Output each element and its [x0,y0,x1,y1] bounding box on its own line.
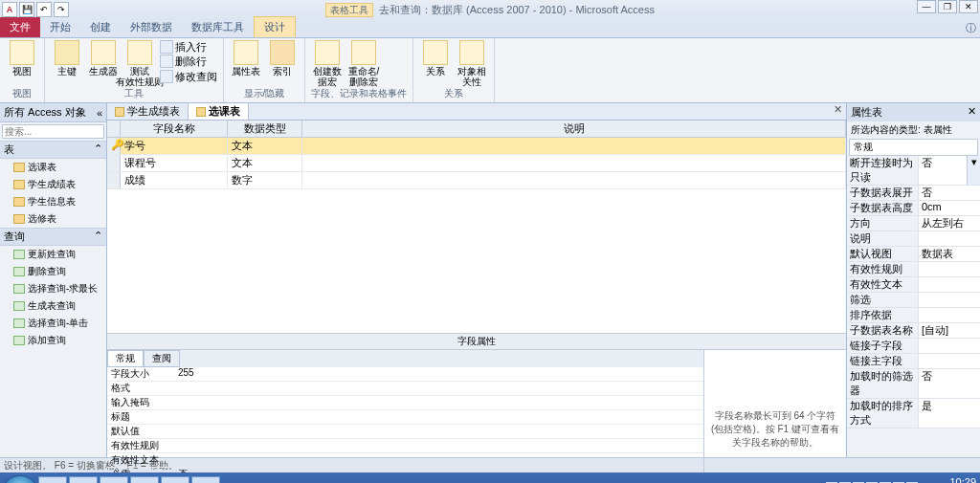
query-icon [13,267,25,276]
nav-item-query[interactable]: 添加查询 [0,332,106,349]
nav-item-table[interactable]: 选课表 [0,159,106,176]
rename-delete-macro-button[interactable]: 重命名/ 删除宏 [347,40,380,87]
taskbar-powerpoint-icon[interactable]: P [100,476,128,484]
design-row[interactable]: 课程号文本 [107,155,846,172]
fieldprop-row[interactable]: 默认值 [107,425,703,439]
fieldprop-row[interactable]: 字段大小255 [107,367,703,382]
propsheet-row[interactable]: 默认视图数据表 [847,247,980,262]
fp-tab-general[interactable]: 常规 [107,350,144,367]
propsheet-row[interactable]: 筛选 [847,293,980,308]
propsheet-row[interactable]: 方向从左到右 [847,216,980,231]
taskbar-excel-icon[interactable]: X [161,476,189,484]
query-icon [13,336,25,345]
taskbar-word-icon[interactable]: W [191,476,220,484]
view-button[interactable]: 视图 [6,40,38,77]
query-icon [13,250,25,259]
doc-tab[interactable]: 学生成绩表 [107,103,189,120]
relations-button[interactable]: 关系 [419,40,452,77]
group-view-label: 视图 [6,87,38,102]
propsheet-row[interactable]: 子数据表名称[自动] [847,323,980,339]
ribbon-tabs: 文件 开始 创建 外部数据 数据库工具 设计 ⓘ [0,19,980,38]
group-relations-label: 关系 [419,87,488,102]
fieldprop-row[interactable]: 输入掩码 [107,396,703,410]
tab-dbtools[interactable]: 数据库工具 [182,17,254,37]
dropdown-icon[interactable]: ▾ [967,156,980,185]
nav-item-query[interactable]: 删除查询 [0,263,106,280]
redo-icon[interactable]: ↷ [54,2,69,17]
fieldprops-help: 字段名称最长可到 64 个字符(包括空格)。按 F1 键可查看有关字段名称的帮助… [704,350,846,483]
ps-title: 属性表✕ [847,103,980,121]
group-tools-label: 工具 [51,87,217,102]
tab-home[interactable]: 开始 [40,17,80,37]
propsheet-row[interactable]: 子数据表展开否 [847,186,980,201]
tab-create[interactable]: 创建 [80,17,121,37]
fp-tab-lookup[interactable]: 查阅 [144,350,180,367]
propsheet-row[interactable]: 排序依据 [847,308,980,323]
ps-tab-general[interactable]: 常规 [849,139,978,156]
modifylookup-button[interactable]: 修改查阅 [160,70,217,83]
primarykey-button[interactable]: 主键 [51,40,83,77]
quick-access-toolbar: A 💾 ↶ ↷ [0,2,69,17]
tab-design[interactable]: 设计 [254,16,296,37]
deleterow-button[interactable]: 删除行 [160,55,217,68]
app-icon[interactable]: A [2,2,17,17]
help-icon[interactable]: ⓘ [966,21,976,35]
doc-tab-active[interactable]: 选课表 [189,103,249,120]
propsheet-row[interactable]: 链接子字段 [847,339,980,354]
close-button[interactable]: ✕ [959,0,978,13]
propsheet-row[interactable]: 加载时的筛选器否 [847,369,980,399]
nav-item-table[interactable]: 学生成绩表 [0,176,106,193]
nav-item-query[interactable]: 选择查询-单击 [0,315,106,332]
nav-header[interactable]: 所有 Access 对象« [0,103,106,122]
start-button[interactable] [4,475,36,484]
propsheet-row[interactable]: 说明 [847,231,980,247]
builder-button[interactable]: 生成器 [87,40,120,77]
tab-file[interactable]: 文件 [0,17,40,37]
indexes-button[interactable]: 索引 [266,40,299,77]
testrules-button[interactable]: 测试 有效性规则 [123,40,156,87]
propsheet-row[interactable]: 有效性文本 [847,277,980,293]
fieldprop-row[interactable]: 有效性规则 [107,439,703,453]
minimize-button[interactable]: — [917,0,936,13]
nav-group-queries[interactable]: 查询⌃ [0,228,106,246]
close-icon[interactable]: ✕ [968,105,976,120]
nav-search-input[interactable] [2,124,104,139]
nav-item-table[interactable]: 选修表 [0,210,106,228]
nav-item-query[interactable]: 更新姓查询 [0,246,106,263]
design-row[interactable]: 🔑学号文本 [107,138,846,155]
doc-close-button[interactable]: ✕ [830,103,846,120]
taskbar-access-icon[interactable]: A [130,476,159,484]
table-icon [13,214,25,224]
propsheet-button[interactable]: 属性表 [230,40,262,77]
undo-icon[interactable]: ↶ [36,2,52,17]
table-icon [13,163,25,172]
table-icon [196,107,206,117]
insertrow-button[interactable]: 插入行 [160,40,217,54]
nav-item-table[interactable]: 学生信息表 [0,193,106,210]
fieldprop-row[interactable]: 标题 [107,410,703,425]
design-row[interactable]: 成绩数字 [107,172,846,189]
design-grid[interactable]: 字段名称 数据类型 说明 🔑学号文本课程号文本成绩数字 [107,121,846,333]
tray-clock[interactable]: 10:292023/11/17 [924,476,976,484]
propsheet-row[interactable]: 子数据表高度0cm [847,201,980,216]
nav-group-tables[interactable]: 表⌃ [0,141,106,159]
fieldprop-row[interactable]: 有效性文本 [107,453,703,468]
createmacro-button[interactable]: 创建数据宏 [311,40,344,87]
tab-external[interactable]: 外部数据 [121,17,182,37]
restore-button[interactable]: ❐ [938,0,957,13]
fieldprop-row[interactable]: 格式 [107,382,703,396]
propsheet-row[interactable]: 断开连接时为只读否▾ [847,156,980,186]
propsheet-row[interactable]: 有效性规则 [847,262,980,277]
dependencies-button[interactable]: 对象相关性 [456,40,488,87]
table-icon [115,107,124,117]
propsheet-row[interactable]: 加载时的排序方式是 [847,399,980,428]
nav-item-query[interactable]: 选择查询-求最长 [0,280,106,297]
group-events-label: 字段、记录和表格事件 [311,87,407,102]
taskbar-ie-icon[interactable]: e [38,476,67,484]
taskbar-explorer-icon[interactable]: 📁 [69,476,98,484]
propsheet-row[interactable]: 链接主字段 [847,354,980,369]
save-icon[interactable]: 💾 [19,2,34,17]
navigation-pane: 所有 Access 对象« 表⌃ 选课表学生成绩表学生信息表选修表 查询⌃ 更新… [0,103,107,457]
nav-item-query[interactable]: 生成表查询 [0,297,106,315]
fieldprops-grid[interactable]: 字段大小255格式输入掩码标题默认值有效性规则有效性文本必需否允许空字符串是索引… [107,367,703,483]
